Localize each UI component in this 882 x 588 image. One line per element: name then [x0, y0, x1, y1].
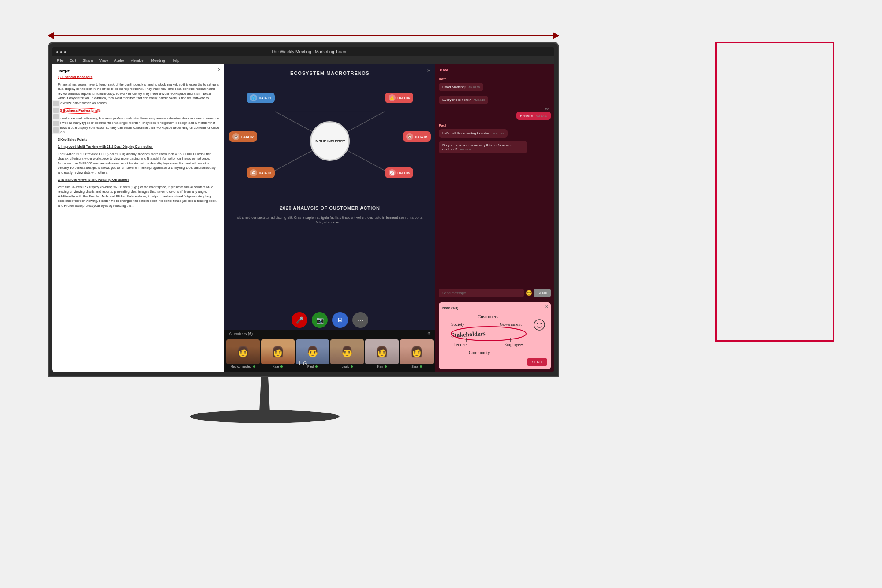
window-controls[interactable]: ● ● ●	[56, 49, 67, 54]
attendee-kate: 👩 Kate	[261, 339, 295, 370]
eco-icon-03: 🏷	[250, 169, 257, 176]
chat-time-4: AM 10:16	[460, 148, 471, 151]
attendees-label: Attendees (6)	[229, 331, 253, 336]
doc-tool-2[interactable]	[53, 108, 59, 113]
measurement-line	[48, 35, 559, 36]
chat-msg-paul-header: Paul Let's call this meeting to order. A…	[439, 123, 551, 138]
attendee-name-sara: Sara	[411, 365, 422, 368]
eco-icon-02: ☕	[232, 133, 239, 140]
avatar-sara: 👩	[400, 339, 434, 364]
doc-tool-3[interactable]	[53, 114, 59, 119]
chat-bubble-3: Let's call this meeting to order. AM 10:…	[439, 129, 508, 138]
lg-logo: LG	[299, 361, 308, 367]
eco-node-06: 📈 DATA 06	[385, 167, 413, 178]
menu-view[interactable]: View	[99, 58, 108, 63]
chat-msg-me: Me Present! AM 10:12	[439, 108, 551, 120]
chat-time-3: AM 10:15	[493, 132, 504, 135]
svg-text:Customers: Customers	[478, 314, 498, 319]
attendee-name-kate: Kate	[273, 365, 283, 368]
chat-panel: Kate Kate Good Morning! AM 09:18 Everyon…	[435, 64, 554, 372]
chat-sender-paul: Paul	[439, 123, 551, 127]
avatar-kate: 👩	[261, 339, 295, 364]
chat-bubble-4: Do you have a view on why this performan…	[439, 141, 527, 153]
doc-tool-5[interactable]	[53, 127, 59, 133]
eco-node-01: 🌐 DATA 01	[247, 93, 275, 103]
chat-msg-2: Everyone is here? AM 10:10	[439, 95, 551, 104]
doc-tool-4[interactable]	[53, 121, 59, 126]
eco-label-05: DATA 05	[415, 135, 427, 138]
attendees-count-icon: ⊕	[427, 331, 431, 336]
doc-title: Target	[58, 69, 219, 73]
menu-meeting[interactable]: Meeting	[151, 58, 165, 63]
point1-text: The 34-inch 21:9 UltraWide FHD (2560x108…	[58, 152, 219, 175]
chat-messages: Kate Good Morning! AM 09:18 Everyone is …	[435, 74, 554, 286]
attendee-name-paul: Paul	[307, 365, 318, 368]
point1-heading: 1. Improved Multi-Tasking with 21:9 Dual…	[58, 145, 153, 149]
note-close-button[interactable]: ✕	[545, 304, 548, 309]
measurement-arrow-right	[553, 32, 559, 39]
attendees-list: 👩 Me / connected 👩 Kate	[224, 330, 435, 372]
eco-label-06: DATA 06	[397, 171, 410, 175]
chat-bubble-1: Good Morning! AM 09:18	[439, 83, 483, 91]
app-titlebar: ● ● ● The Weekly Meeting : Marketing Tea…	[52, 47, 554, 56]
pres-header: ECOSYSTEM MACROTRENDS	[224, 64, 435, 79]
svg-text:Lenders: Lenders	[453, 342, 467, 347]
svg-text:Community: Community	[469, 350, 490, 355]
section1-text: Financial managers have to keep track of…	[58, 82, 219, 106]
chat-label-me: Me	[545, 108, 549, 111]
chat-time-me: AM 10:12	[536, 115, 547, 117]
note-handwriting: Customers Society Government Stakeholder…	[442, 312, 548, 360]
attendee-video-louis: 👨	[330, 339, 364, 364]
attendee-louis: 👨 Louis	[330, 339, 364, 370]
menu-share[interactable]: Share	[82, 58, 93, 63]
video-button[interactable]: 📷	[312, 312, 328, 328]
eco-node-03: 🏷 DATA 03	[247, 167, 275, 178]
section2-text: To enhance work efficiency, business pro…	[58, 116, 219, 135]
attendee-name-kim: Kim	[377, 365, 387, 368]
ecosystem-diagram: IN THE INDUSTRY 🌐 DATA 01 ☕	[224, 79, 435, 203]
chat-sender-kate: Kate	[439, 77, 551, 81]
pres-close-button[interactable]: ✕	[427, 68, 431, 74]
svg-point-18	[541, 323, 542, 324]
more-button[interactable]: ···	[352, 312, 368, 328]
chat-time-2: AM 10:10	[474, 99, 485, 101]
avatar-me: 👩	[226, 339, 260, 364]
document-panel: ✕ Target 1) Financial Managers Financial…	[52, 64, 224, 372]
chat-send-button[interactable]: SEND	[534, 289, 551, 297]
menu-file[interactable]: File	[57, 58, 64, 63]
eco-label-03: DATA 03	[259, 171, 271, 175]
presentation-panel: ECOSYSTEM MACROTRENDS ✕	[224, 64, 435, 372]
attendee-name-louis: Louis	[342, 365, 353, 368]
chat-header: Kate	[435, 64, 554, 74]
eco-label-04: DATA 04	[397, 97, 410, 100]
chat-input[interactable]	[439, 289, 524, 297]
call-toolbar: 🎤 📷 🖥 ···	[292, 312, 368, 328]
emoji-button[interactable]: 😊	[526, 290, 532, 296]
chat-msg-1: Kate Good Morning! AM 09:18	[439, 77, 551, 91]
eco-icon-05: 🏠	[406, 133, 413, 140]
share-button[interactable]: 🖥	[332, 312, 348, 328]
menu-help[interactable]: Help	[172, 58, 180, 63]
attendee-video-sara: 👩	[400, 339, 434, 364]
mute-button[interactable]: 🎤	[292, 312, 307, 328]
doc-tool-1[interactable]	[53, 101, 59, 106]
eco-icon-04: 💰	[389, 94, 396, 101]
monitor-screen: ● ● ● The Weekly Meeting : Marketing Tea…	[52, 47, 554, 372]
note-panel: Note (1/3) ✕ Customers Society Governmen…	[439, 302, 551, 369]
menu-edit[interactable]: Edit	[70, 58, 77, 63]
attendee-video-kim: 👩	[365, 339, 399, 364]
menu-audio[interactable]: Audio	[114, 58, 124, 63]
svg-point-16	[534, 320, 545, 330]
section2-heading: 2) Business Professionals	[58, 108, 101, 114]
menu-member[interactable]: Member	[130, 58, 145, 63]
monitor-stand-neck	[256, 377, 273, 412]
svg-point-17	[537, 323, 538, 324]
doc-close-button[interactable]: ✕	[217, 67, 221, 72]
svg-text:Government: Government	[500, 322, 522, 327]
chat-msg-4: Do you have a view on why this performan…	[439, 141, 551, 153]
section1-heading: 1) Financial Managers	[58, 75, 92, 79]
point2-text: With the 34-inch IPS display covering sR…	[58, 185, 219, 208]
attendee-name-me: Me / connected	[231, 365, 256, 368]
attendee-me: 👩 Me / connected	[226, 339, 260, 370]
attendee-kim: 👩 Kim	[365, 339, 399, 370]
